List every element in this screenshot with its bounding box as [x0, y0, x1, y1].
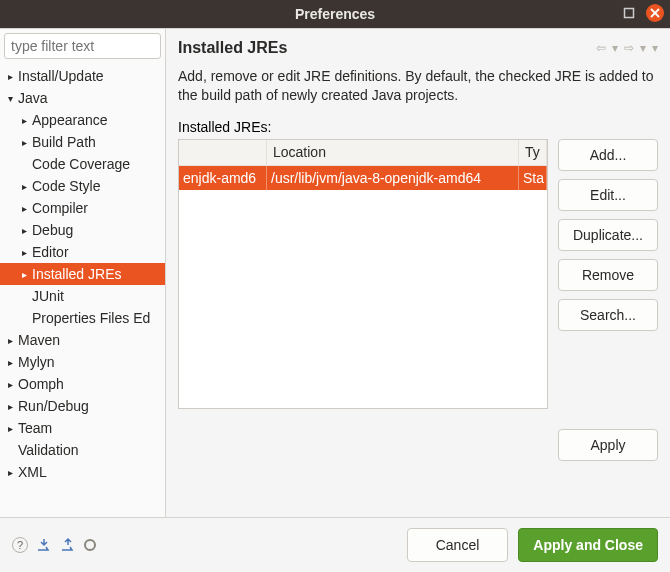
expand-icon[interactable]: ▸: [4, 379, 16, 390]
svg-rect-0: [625, 9, 634, 18]
tree-item[interactable]: ▸Team: [0, 417, 165, 439]
edit-button[interactable]: Edit...: [558, 179, 658, 211]
tree-item-label: Properties Files Ed: [32, 310, 150, 326]
expand-icon[interactable]: ▸: [18, 225, 30, 236]
tree-item-label: Editor: [32, 244, 69, 260]
tree-item-label: Maven: [18, 332, 60, 348]
tree-item[interactable]: ▸Oomph: [0, 373, 165, 395]
expand-icon[interactable]: ▸: [18, 203, 30, 214]
cancel-button[interactable]: Cancel: [407, 528, 509, 562]
expand-icon[interactable]: ▸: [18, 269, 30, 280]
tree-item[interactable]: ▸Editor: [0, 241, 165, 263]
tree-item[interactable]: ▾Java: [0, 87, 165, 109]
import-icon[interactable]: [36, 537, 52, 554]
titlebar: Preferences: [0, 0, 670, 28]
main-panel: Installed JREs ⇦ ▾ ⇨ ▾ ▾ Add, remove or …: [166, 29, 670, 517]
expand-icon[interactable]: ▸: [4, 335, 16, 346]
cell-name: enjdk-amd6: [179, 166, 267, 190]
tree-item-label: Installed JREs: [32, 266, 121, 282]
expand-icon[interactable]: ▸: [4, 71, 16, 82]
window-title: Preferences: [295, 6, 375, 22]
col-name[interactable]: [179, 140, 267, 165]
close-icon[interactable]: [646, 4, 664, 22]
remove-button[interactable]: Remove: [558, 259, 658, 291]
expand-icon[interactable]: ▸: [4, 401, 16, 412]
filter-container: [4, 33, 161, 59]
footer-icons: ?: [12, 537, 96, 554]
apply-close-button[interactable]: Apply and Close: [518, 528, 658, 562]
tree-item-label: Appearance: [32, 112, 108, 128]
tree-item[interactable]: ▸Install/Update: [0, 65, 165, 87]
nav-back-icon[interactable]: ⇦: [596, 41, 606, 55]
filter-input[interactable]: [4, 33, 161, 59]
help-icon[interactable]: ?: [12, 537, 28, 553]
expand-icon[interactable]: ▸: [18, 247, 30, 258]
cell-type: Sta: [519, 166, 547, 190]
chevron-down-icon[interactable]: ▾: [640, 41, 646, 55]
add-button[interactable]: Add...: [558, 139, 658, 171]
footer: ? Cancel Apply and Close: [0, 517, 670, 572]
tree-item[interactable]: Properties Files Ed: [0, 307, 165, 329]
record-icon[interactable]: [84, 539, 96, 551]
tree-item[interactable]: ▸Code Style: [0, 175, 165, 197]
tree-item-label: Debug: [32, 222, 73, 238]
expand-icon[interactable]: ▸: [4, 423, 16, 434]
tree-item[interactable]: ▸Debug: [0, 219, 165, 241]
table-row[interactable]: enjdk-amd6/usr/lib/jvm/java-8-openjdk-am…: [179, 166, 547, 190]
chevron-down-icon[interactable]: ▾: [612, 41, 618, 55]
expand-icon[interactable]: ▸: [18, 181, 30, 192]
tree-item[interactable]: ▸XML: [0, 461, 165, 483]
nav-forward-icon[interactable]: ⇨: [624, 41, 634, 55]
preferences-window: Preferences ▸Install/Update▾Java▸Appeara…: [0, 0, 670, 572]
tree-item-label: Code Style: [32, 178, 100, 194]
maximize-icon[interactable]: [620, 4, 638, 22]
tree-item[interactable]: JUnit: [0, 285, 165, 307]
page-nav-icons: ⇦ ▾ ⇨ ▾ ▾: [596, 41, 658, 55]
expand-icon[interactable]: ▸: [18, 137, 30, 148]
apply-button[interactable]: Apply: [558, 429, 658, 461]
tree-item[interactable]: Validation: [0, 439, 165, 461]
sidebar: ▸Install/Update▾Java▸Appearance▸Build Pa…: [0, 29, 166, 517]
tree-item[interactable]: Code Coverage: [0, 153, 165, 175]
expand-icon[interactable]: ▾: [4, 93, 16, 104]
tree-item-label: Run/Debug: [18, 398, 89, 414]
duplicate-button[interactable]: Duplicate...: [558, 219, 658, 251]
expand-icon[interactable]: ▸: [4, 357, 16, 368]
col-location[interactable]: Location: [267, 140, 519, 165]
tree-item-label: Code Coverage: [32, 156, 130, 172]
tree-item-label: Oomph: [18, 376, 64, 392]
jre-table[interactable]: Location Ty enjdk-amd6/usr/lib/jvm/java-…: [178, 139, 548, 409]
tree-item[interactable]: ▸Run/Debug: [0, 395, 165, 417]
titlebar-buttons: [620, 4, 664, 22]
tree-item-label: XML: [18, 464, 47, 480]
tree-item[interactable]: ▸Compiler: [0, 197, 165, 219]
tree-item-label: Java: [18, 90, 48, 106]
page-description: Add, remove or edit JRE definitions. By …: [178, 67, 658, 105]
tree-item-label: Mylyn: [18, 354, 55, 370]
tree-item[interactable]: ▸Build Path: [0, 131, 165, 153]
tree-item-label: Validation: [18, 442, 78, 458]
tree-item[interactable]: ▸Maven: [0, 329, 165, 351]
table-label: Installed JREs:: [178, 119, 658, 135]
menu-icon[interactable]: ▾: [652, 41, 658, 55]
cell-location: /usr/lib/jvm/java-8-openjdk-amd64: [267, 166, 519, 190]
table-header: Location Ty: [179, 140, 547, 166]
tree-item-label: JUnit: [32, 288, 64, 304]
tree-item-label: Team: [18, 420, 52, 436]
preferences-tree[interactable]: ▸Install/Update▾Java▸Appearance▸Build Pa…: [0, 63, 165, 517]
expand-icon[interactable]: ▸: [18, 115, 30, 126]
search-button[interactable]: Search...: [558, 299, 658, 331]
tree-item[interactable]: ▸Appearance: [0, 109, 165, 131]
expand-icon[interactable]: ▸: [4, 467, 16, 478]
page-title: Installed JREs: [178, 39, 287, 57]
tree-item[interactable]: ▸Mylyn: [0, 351, 165, 373]
tree-item-label: Install/Update: [18, 68, 104, 84]
tree-item-label: Build Path: [32, 134, 96, 150]
export-icon[interactable]: [60, 537, 76, 554]
tree-item[interactable]: ▸Installed JREs: [0, 263, 165, 285]
table-buttons: Add... Edit... Duplicate... Remove Searc…: [558, 139, 658, 409]
tree-item-label: Compiler: [32, 200, 88, 216]
col-type[interactable]: Ty: [519, 140, 547, 165]
